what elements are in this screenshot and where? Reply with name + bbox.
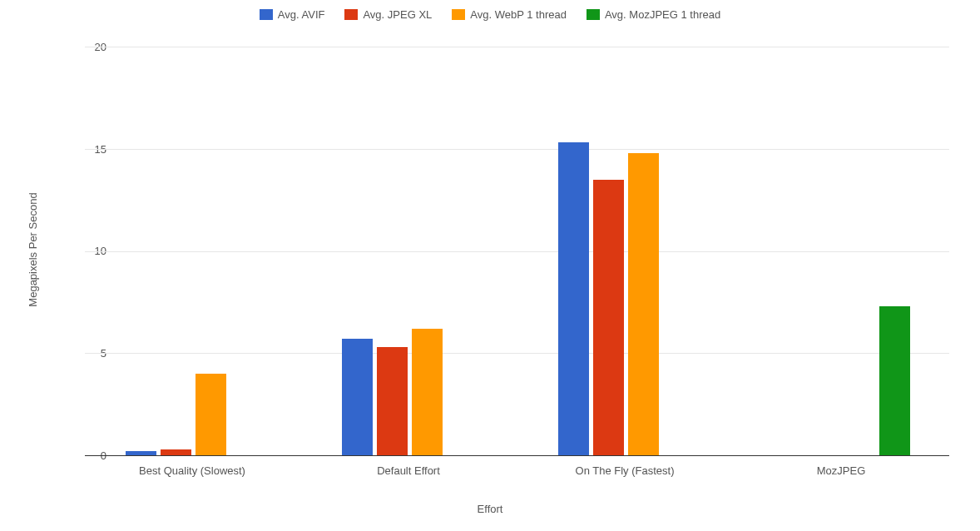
- gridline: [85, 353, 949, 354]
- chart-container: Avg. AVIF Avg. JPEG XL Avg. WebP 1 threa…: [0, 0, 980, 531]
- x-tick-label: Default Effort: [377, 464, 440, 477]
- legend-swatch: [260, 9, 273, 20]
- x-tick-label: Best Quality (Slowest): [139, 464, 245, 477]
- legend-swatch: [587, 9, 600, 20]
- gridline: [85, 149, 949, 150]
- bar[interactable]: [377, 347, 408, 455]
- legend-item-avif[interactable]: Avg. AVIF: [260, 8, 325, 21]
- bar[interactable]: [161, 449, 191, 455]
- bar[interactable]: [342, 339, 373, 455]
- legend-label: Avg. MozJPEG 1 thread: [605, 8, 720, 21]
- x-tick-label: On The Fly (Fastest): [576, 464, 675, 477]
- legend-item-webp[interactable]: Avg. WebP 1 thread: [452, 8, 567, 21]
- bar[interactable]: [412, 329, 443, 455]
- legend-label: Avg. WebP 1 thread: [470, 8, 567, 21]
- bar[interactable]: [879, 306, 910, 455]
- legend-swatch: [452, 9, 465, 20]
- legend-label: Avg. JPEG XL: [363, 8, 432, 21]
- legend: Avg. AVIF Avg. JPEG XL Avg. WebP 1 threa…: [0, 8, 980, 21]
- plot-area: [84, 47, 949, 455]
- legend-swatch: [344, 9, 358, 20]
- bar[interactable]: [196, 374, 226, 455]
- bar[interactable]: [628, 153, 659, 455]
- x-tick-label: MozJPEG: [817, 464, 866, 477]
- bar[interactable]: [558, 142, 589, 455]
- bar[interactable]: [593, 180, 624, 455]
- legend-label: Avg. AVIF: [278, 8, 325, 21]
- legend-item-mozjpeg[interactable]: Avg. MozJPEG 1 thread: [587, 8, 720, 21]
- gridline: [85, 47, 949, 47]
- x-axis-baseline: [85, 455, 949, 456]
- y-axis-label: Megapixels Per Second: [27, 192, 39, 306]
- bar[interactable]: [126, 451, 156, 455]
- gridline: [85, 251, 949, 252]
- x-axis-label: Effort: [0, 503, 980, 515]
- legend-item-jpegxl[interactable]: Avg. JPEG XL: [344, 8, 432, 21]
